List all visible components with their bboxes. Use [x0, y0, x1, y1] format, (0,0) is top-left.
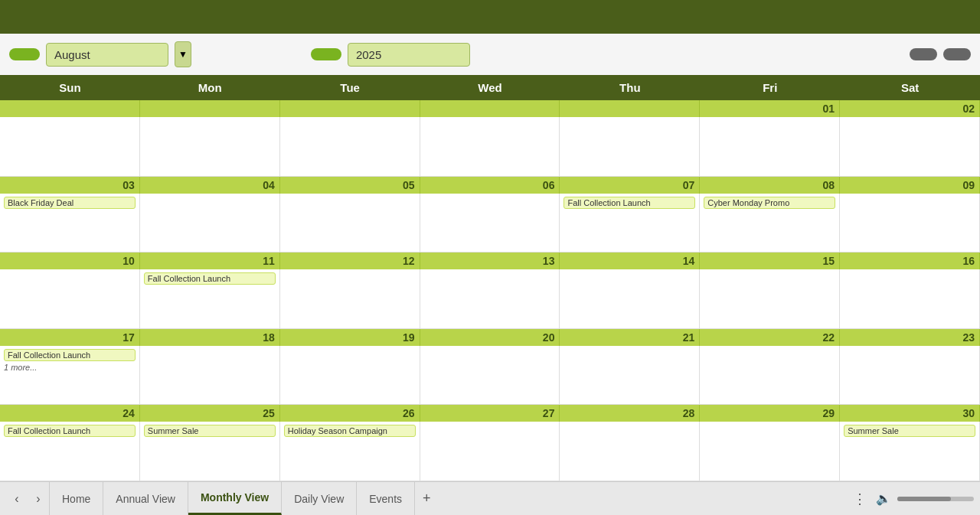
- month-dropdown-arrow[interactable]: ▼: [175, 41, 191, 67]
- date-cell-0-5: 01: [700, 100, 840, 117]
- calendar-section: 010203040506070809Black Friday DealFall …: [0, 100, 980, 481]
- date-cell-2-6: 16: [840, 253, 980, 269]
- date-cell-4-4: 28: [560, 405, 700, 422]
- controls-bar: ▼: [0, 34, 980, 75]
- week-events-2: Fall Collection Launch: [0, 269, 980, 329]
- volume-slider[interactable]: [897, 497, 974, 501]
- date-cell-1-5: 08: [700, 177, 840, 194]
- date-cell-4-6: 30: [840, 405, 980, 422]
- event-item[interactable]: Fall Collection Launch: [4, 349, 136, 361]
- more-options-icon[interactable]: ⋮: [847, 487, 873, 510]
- add-event-button[interactable]: [910, 48, 937, 60]
- week-nums-1: 03040506070809: [0, 177, 980, 194]
- event-cell-1-2[interactable]: [280, 194, 420, 253]
- year-input[interactable]: [348, 43, 470, 67]
- event-cell-1-6[interactable]: [840, 194, 980, 253]
- event-item[interactable]: Summer Sale: [144, 425, 276, 437]
- event-cell-0-1[interactable]: [140, 117, 280, 177]
- week-row-0: 0102: [0, 100, 980, 177]
- nav-prev-button[interactable]: ‹: [6, 488, 28, 510]
- date-cell-1-2: 05: [280, 177, 420, 194]
- week-row-3: 17181920212223Fall Collection Launch1 mo…: [0, 329, 980, 406]
- show-events-button[interactable]: [943, 48, 971, 60]
- date-cell-4-5: 29: [700, 405, 840, 422]
- date-cell-0-4: [560, 100, 700, 117]
- event-cell-4-1[interactable]: Summer Sale: [140, 422, 280, 481]
- day-sun: Sun: [0, 75, 140, 100]
- event-cell-4-4[interactable]: [560, 422, 700, 481]
- event-cell-1-3[interactable]: [420, 194, 560, 253]
- add-tab-button[interactable]: +: [415, 487, 439, 510]
- date-cell-1-4: 07: [560, 177, 700, 194]
- event-cell-1-0[interactable]: Black Friday Deal: [0, 194, 140, 253]
- week-events-4: Fall Collection LaunchSummer SaleHoliday…: [0, 422, 980, 481]
- more-events-link[interactable]: 1 more...: [4, 363, 136, 372]
- event-cell-3-6[interactable]: [840, 346, 980, 406]
- tab-annual-view[interactable]: Annual View: [103, 482, 188, 515]
- month-input[interactable]: [46, 43, 168, 67]
- date-cell-0-0: [0, 100, 140, 117]
- event-cell-2-1[interactable]: Fall Collection Launch: [140, 269, 280, 329]
- event-cell-4-5[interactable]: [700, 422, 840, 481]
- date-cell-3-6: 23: [840, 329, 980, 346]
- calendar-header: Sun Mon Tue Wed Thu Fri Sat: [0, 75, 980, 100]
- day-tue: Tue: [280, 75, 420, 100]
- event-cell-0-2[interactable]: [280, 117, 420, 177]
- tab-daily-view[interactable]: Daily View: [282, 482, 357, 515]
- date-cell-3-2: 19: [280, 329, 420, 346]
- event-cell-2-6[interactable]: [840, 269, 980, 329]
- event-cell-2-2[interactable]: [280, 269, 420, 329]
- event-item[interactable]: Black Friday Deal: [4, 197, 136, 209]
- event-cell-0-3[interactable]: [420, 117, 560, 177]
- event-cell-4-3[interactable]: [420, 422, 560, 481]
- month-label: [9, 48, 40, 60]
- event-cell-1-5[interactable]: Cyber Monday Promo: [700, 194, 840, 253]
- date-cell-4-0: 24: [0, 405, 140, 422]
- event-cell-3-5[interactable]: [700, 346, 840, 406]
- event-cell-2-5[interactable]: [700, 269, 840, 329]
- event-cell-2-3[interactable]: [420, 269, 560, 329]
- date-cell-0-2: [280, 100, 420, 117]
- event-cell-3-3[interactable]: [420, 346, 560, 406]
- event-cell-4-6[interactable]: Summer Sale: [840, 422, 980, 481]
- date-cell-2-4: 14: [560, 253, 700, 269]
- event-item[interactable]: Fall Collection Launch: [144, 272, 276, 285]
- week-row-1: 03040506070809Black Friday DealFall Coll…: [0, 177, 980, 253]
- week-events-3: Fall Collection Launch1 more...: [0, 346, 980, 406]
- week-row-2: 10111213141516Fall Collection Launch: [0, 253, 980, 329]
- event-cell-4-0[interactable]: Fall Collection Launch: [0, 422, 140, 481]
- event-cell-3-0[interactable]: Fall Collection Launch1 more...: [0, 346, 140, 406]
- event-cell-1-1[interactable]: [140, 194, 280, 253]
- nav-next-button[interactable]: ›: [28, 488, 49, 510]
- event-cell-4-2[interactable]: Holiday Season Campaign: [280, 422, 420, 481]
- date-cell-2-5: 15: [700, 253, 840, 269]
- week-row-4: 24252627282930Fall Collection LaunchSumm…: [0, 405, 980, 481]
- event-cell-0-6[interactable]: [840, 117, 980, 177]
- event-cell-3-4[interactable]: [560, 346, 700, 406]
- tab-events[interactable]: Events: [357, 482, 415, 515]
- day-sat: Sat: [840, 75, 980, 100]
- event-cell-0-0[interactable]: [0, 117, 140, 177]
- date-cell-2-0: 10: [0, 253, 140, 269]
- date-cell-4-1: 25: [140, 405, 280, 422]
- event-item[interactable]: Holiday Season Campaign: [284, 425, 416, 437]
- event-cell-1-4[interactable]: Fall Collection Launch: [560, 194, 700, 253]
- week-nums-2: 10111213141516: [0, 253, 980, 269]
- event-cell-0-5[interactable]: [700, 117, 840, 177]
- event-item[interactable]: Summer Sale: [844, 425, 975, 437]
- year-label: [311, 48, 341, 60]
- date-cell-3-4: 21: [560, 329, 700, 346]
- date-cell-3-3: 20: [420, 329, 560, 346]
- event-cell-2-4[interactable]: [560, 269, 700, 329]
- week-nums-4: 24252627282930: [0, 405, 980, 422]
- event-item[interactable]: Fall Collection Launch: [4, 425, 136, 437]
- event-cell-3-2[interactable]: [280, 346, 420, 406]
- event-item[interactable]: Cyber Monday Promo: [704, 197, 835, 209]
- event-cell-3-1[interactable]: [140, 346, 280, 406]
- tab-monthly-view[interactable]: Monthly View: [188, 482, 282, 515]
- event-item[interactable]: Fall Collection Launch: [564, 197, 695, 209]
- event-cell-2-0[interactable]: [0, 269, 140, 329]
- date-cell-0-3: [420, 100, 560, 117]
- event-cell-0-4[interactable]: [560, 117, 700, 177]
- tab-home[interactable]: Home: [49, 482, 103, 515]
